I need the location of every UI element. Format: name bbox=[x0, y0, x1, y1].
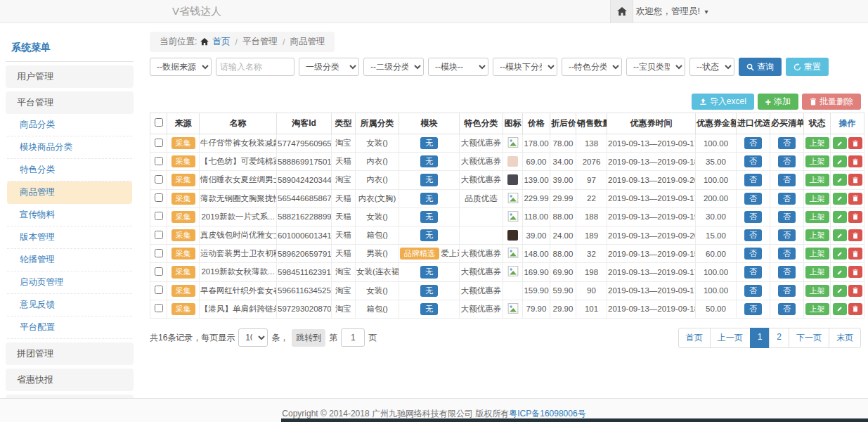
status-badge[interactable]: 上架 bbox=[805, 155, 829, 167]
sidebar-item[interactable]: 版本管理 bbox=[7, 226, 132, 249]
row-checkbox[interactable] bbox=[155, 286, 163, 294]
import-selected-badge[interactable]: 否 bbox=[744, 174, 762, 186]
user-menu[interactable]: 欢迎您，管理员! ▾ bbox=[636, 0, 708, 23]
must-buy-badge[interactable]: 否 bbox=[778, 248, 796, 260]
page-size-select[interactable]: 10 bbox=[238, 328, 268, 347]
row-checkbox[interactable] bbox=[155, 212, 163, 220]
edit-button[interactable] bbox=[833, 137, 847, 149]
row-checkbox[interactable] bbox=[155, 157, 163, 165]
icp-link[interactable]: 粤ICP备16098006号 bbox=[509, 409, 585, 418]
module-filter[interactable]: --模块-- bbox=[428, 58, 488, 76]
import-selected-badge[interactable]: 否 bbox=[744, 266, 762, 278]
delete-button[interactable] bbox=[848, 248, 862, 260]
sidebar-item[interactable]: 意见反馈 bbox=[7, 294, 132, 316]
page-button[interactable]: 下一页 bbox=[789, 328, 829, 348]
name-search-input[interactable] bbox=[216, 58, 294, 76]
reset-button[interactable]: 重置 bbox=[786, 58, 829, 76]
sidebar-item[interactable]: 平台配置 bbox=[7, 316, 132, 339]
delete-button[interactable] bbox=[848, 211, 862, 223]
import-selected-badge[interactable]: 否 bbox=[744, 211, 762, 223]
edit-button[interactable] bbox=[833, 174, 847, 186]
page-button[interactable]: 1 bbox=[750, 328, 770, 348]
must-buy-badge[interactable]: 否 bbox=[778, 193, 796, 205]
import-selected-badge[interactable]: 否 bbox=[744, 155, 762, 167]
edit-button[interactable] bbox=[833, 303, 847, 315]
must-buy-badge[interactable]: 否 bbox=[778, 229, 796, 241]
delete-button[interactable] bbox=[848, 174, 862, 186]
sidebar-item[interactable]: 拼团管理 bbox=[6, 343, 134, 365]
must-buy-badge[interactable]: 否 bbox=[778, 137, 796, 149]
status-badge[interactable]: 上架 bbox=[805, 248, 829, 260]
status-badge[interactable]: 上架 bbox=[805, 137, 829, 149]
sidebar-item[interactable]: 启动页管理 bbox=[7, 271, 132, 294]
edit-button[interactable] bbox=[833, 229, 847, 241]
item-type-filter[interactable]: --宝贝类型-- bbox=[626, 58, 685, 76]
page-button[interactable]: 末页 bbox=[829, 328, 861, 348]
sidebar-item[interactable]: 模块商品分类 bbox=[7, 136, 132, 159]
status-badge[interactable]: 上架 bbox=[805, 303, 829, 315]
edit-button[interactable] bbox=[833, 285, 847, 297]
status-badge[interactable]: 上架 bbox=[805, 193, 829, 205]
status-badge[interactable]: 上架 bbox=[805, 211, 829, 223]
edit-button[interactable] bbox=[833, 193, 847, 205]
delete-button[interactable] bbox=[848, 155, 862, 167]
row-checkbox[interactable] bbox=[155, 249, 163, 257]
home-button[interactable] bbox=[610, 0, 633, 23]
edit-button[interactable] bbox=[833, 155, 847, 167]
sidebar-item[interactable]: 商品管理 bbox=[7, 181, 132, 204]
sidebar-item[interactable]: 用户管理 bbox=[6, 65, 134, 88]
sidebar-item[interactable]: 轮播管理 bbox=[7, 249, 132, 271]
delete-button[interactable] bbox=[848, 137, 862, 149]
query-button[interactable]: 查询 bbox=[739, 58, 782, 76]
delete-button[interactable] bbox=[848, 303, 862, 315]
delete-button[interactable] bbox=[848, 285, 862, 297]
import-selected-badge[interactable]: 否 bbox=[744, 285, 762, 297]
status-badge[interactable]: 上架 bbox=[805, 285, 829, 297]
breadcrumb-home-link[interactable]: 首页 bbox=[212, 36, 230, 48]
status-badge[interactable]: 上架 bbox=[805, 266, 829, 278]
edit-button[interactable] bbox=[833, 266, 847, 278]
module-sub-filter[interactable]: --模块下分类-- bbox=[493, 58, 557, 76]
level1-category-filter[interactable]: 一级分类 bbox=[299, 58, 359, 76]
import-selected-badge[interactable]: 否 bbox=[744, 193, 762, 205]
must-buy-badge[interactable]: 否 bbox=[778, 211, 796, 223]
sidebar-item[interactable]: 宣传物料 bbox=[7, 204, 132, 226]
row-checkbox[interactable] bbox=[155, 304, 163, 312]
status-badge[interactable]: 上架 bbox=[805, 174, 829, 186]
feature-category-filter[interactable]: --特色分类-- bbox=[562, 58, 622, 76]
must-buy-badge[interactable]: 否 bbox=[778, 155, 796, 167]
must-buy-badge[interactable]: 否 bbox=[778, 266, 796, 278]
status-filter[interactable]: --状态-- bbox=[689, 58, 734, 76]
row-checkbox[interactable] bbox=[155, 175, 163, 184]
data-source-filter[interactable]: --数据来源-- bbox=[150, 58, 212, 76]
sidebar-item[interactable]: 特色分类 bbox=[7, 159, 132, 181]
row-checkbox[interactable] bbox=[155, 139, 163, 147]
sidebar-item[interactable]: 商品分类 bbox=[7, 114, 132, 136]
must-buy-badge[interactable]: 否 bbox=[778, 285, 796, 297]
delete-button[interactable] bbox=[848, 266, 862, 278]
page-button[interactable]: 首页 bbox=[678, 328, 711, 348]
row-checkbox[interactable] bbox=[155, 267, 163, 276]
import-excel-button[interactable]: 导入excel bbox=[692, 94, 754, 110]
edit-button[interactable] bbox=[833, 211, 847, 223]
import-selected-badge[interactable]: 否 bbox=[744, 137, 762, 149]
edit-button[interactable] bbox=[833, 248, 847, 260]
sidebar-item[interactable]: 平台管理 bbox=[6, 91, 134, 114]
import-selected-badge[interactable]: 否 bbox=[744, 303, 762, 315]
level2-category-filter[interactable]: --二级分类-- bbox=[363, 58, 424, 76]
row-checkbox[interactable] bbox=[155, 193, 163, 202]
batch-delete-button[interactable]: 批量删除 bbox=[802, 94, 861, 110]
page-button[interactable]: 上一页 bbox=[710, 328, 751, 348]
delete-button[interactable] bbox=[848, 229, 862, 241]
add-button[interactable]: + 添加 bbox=[758, 94, 798, 110]
jump-button[interactable]: 跳转到 bbox=[292, 329, 325, 347]
must-buy-badge[interactable]: 否 bbox=[778, 303, 796, 315]
sidebar-item[interactable]: 省惠快报 bbox=[6, 369, 134, 391]
must-buy-badge[interactable]: 否 bbox=[778, 174, 796, 186]
delete-button[interactable] bbox=[848, 193, 862, 205]
import-selected-badge[interactable]: 否 bbox=[744, 229, 762, 241]
status-badge[interactable]: 上架 bbox=[805, 229, 829, 241]
import-selected-badge[interactable]: 否 bbox=[744, 248, 762, 260]
jump-page-input[interactable] bbox=[341, 328, 365, 347]
row-checkbox[interactable] bbox=[155, 231, 163, 239]
